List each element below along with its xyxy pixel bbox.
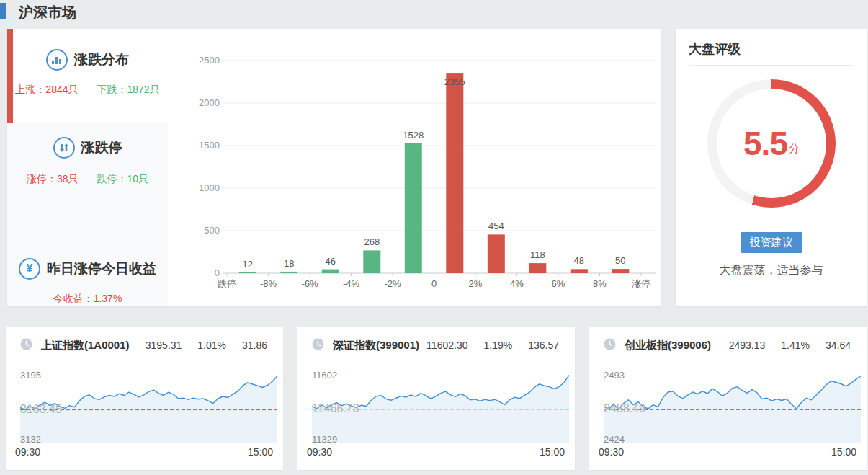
- index-change: 31.86: [242, 339, 267, 351]
- time-end-label: 15:00: [831, 446, 856, 458]
- bar-chart-icon: [46, 49, 68, 71]
- index-mini-chart: 31953163.453132: [6, 367, 283, 457]
- advice-text: 大盘震荡，适当参与: [676, 263, 867, 278]
- index-change-pct: 1.01%: [197, 339, 226, 351]
- time-start-label: 09:30: [307, 446, 332, 458]
- bar-value-label: 12: [243, 259, 253, 270]
- x-axis-label: -4%: [343, 278, 360, 289]
- y-axis-label: 500: [204, 225, 220, 236]
- limit-down-stat: 跌停：10只: [97, 173, 149, 186]
- clock-icon: [20, 338, 32, 352]
- investment-advice-button[interactable]: 投资建议: [741, 232, 802, 253]
- bar: [571, 269, 588, 273]
- section-updown-distribution[interactable]: 涨跌分布 上涨：2844只 下跌：1872只: [7, 29, 168, 97]
- bar-value-label: 48: [574, 255, 584, 266]
- index-price: 3195.31: [146, 339, 182, 351]
- bar: [280, 272, 297, 273]
- time-end-label: 15:00: [248, 446, 273, 458]
- index-name: 深证指数: [333, 339, 376, 351]
- bar-value-label: 1528: [403, 130, 424, 141]
- prev-close-label: 11465.73: [312, 402, 359, 414]
- bar-value-label: 454: [488, 221, 504, 231]
- bar-value-label: 268: [364, 236, 380, 247]
- section-limit-updown[interactable]: 涨跌停 涨停：38只 跌停：10只: [7, 123, 168, 186]
- y-axis-label: 1000: [199, 182, 220, 193]
- section-yesterday-limit-return[interactable]: ¥ 昨日涨停今日收益 今收益：1.37%: [7, 215, 168, 306]
- index-name: 创业板指: [625, 339, 668, 351]
- market-rating-panel: 大盘评级 5.5 分 投资建议 大盘震荡，适当参与: [676, 29, 867, 306]
- section-title: 涨跌停: [81, 138, 122, 157]
- bar-value-label: 50: [615, 255, 625, 266]
- rating-score: 5.5: [743, 124, 787, 163]
- x-axis-label: -8%: [260, 278, 277, 289]
- time-end-label: 15:00: [540, 446, 565, 458]
- x-axis-label: -2%: [384, 278, 401, 289]
- today-return-stat: 今收益：1.37%: [53, 293, 122, 306]
- bar: [612, 269, 629, 273]
- market-panel: 涨跌分布 上涨：2844只 下跌：1872只 涨跌停 涨停：38只 跌停：10只…: [7, 29, 661, 306]
- bar-value-label: 18: [284, 258, 294, 269]
- gauge-inner: 5.5 分: [717, 89, 826, 198]
- distribution-chart-svg: 05001000150020002500跌停-8%-6%-4%-2%02%4%6…: [180, 29, 661, 306]
- bar: [529, 263, 546, 273]
- distribution-chart: 05001000150020002500跌停-8%-6%-4%-2%02%4%6…: [180, 29, 661, 306]
- section-title: 涨跌分布: [74, 50, 129, 69]
- limit-up-stat: 涨停：38只: [27, 173, 79, 186]
- index-price: 2493.13: [729, 339, 766, 351]
- bar-value-label: 2355: [444, 76, 465, 87]
- index-change: 34.64: [826, 339, 851, 351]
- index-code: (1A0001): [84, 339, 130, 351]
- x-axis-label: 6%: [552, 278, 565, 289]
- x-axis-label: 4%: [510, 278, 524, 289]
- index-code: (399006): [668, 339, 711, 351]
- bar-value-label: 46: [326, 256, 336, 267]
- y-axis-label: 2000: [199, 97, 220, 108]
- bar: [322, 270, 339, 273]
- up-down-arrows-icon: [53, 137, 75, 159]
- rating-title: 大盘评级: [689, 40, 741, 58]
- index-code: (399001): [376, 339, 419, 351]
- y-max-label: 2493: [604, 370, 625, 381]
- clock-icon: [604, 338, 616, 352]
- y-axis-label: 1500: [199, 140, 220, 151]
- index-price: 11602.30: [426, 339, 467, 351]
- divider: [689, 65, 854, 66]
- advancers-stat: 上涨：2844只: [15, 84, 78, 97]
- bar: [239, 272, 256, 273]
- rating-gauge: 5.5 分: [707, 79, 836, 208]
- index-card-shanghai[interactable]: 上证指数(1A0001) 3195.31 1.01% 31.86 3195316…: [6, 327, 283, 470]
- clock-icon: [312, 338, 324, 352]
- index-name: 上证指数: [41, 339, 84, 351]
- x-axis-label: 0: [431, 278, 437, 289]
- index-card-shenzhen[interactable]: 深证指数(399001) 11602.30 1.19% 136.57 11602…: [297, 327, 575, 470]
- index-card-header: 上证指数(1A0001) 3195.31 1.01% 31.86: [6, 338, 283, 352]
- y-min-label: 2424: [604, 434, 625, 445]
- section-title: 昨日涨停今日收益: [47, 259, 156, 278]
- market-sidebar: 涨跌分布 上涨：2844只 下跌：1872只 涨跌停 涨停：38只 跌停：10只…: [7, 29, 168, 306]
- rating-score-unit: 分: [789, 142, 800, 156]
- page-header: 沪深市场: [0, 0, 868, 27]
- yen-icon: ¥: [19, 258, 40, 280]
- index-change-pct: 1.41%: [781, 339, 810, 351]
- x-axis-label: 涨停: [632, 278, 650, 289]
- index-card-header: 深证指数(399001) 11602.30 1.19% 136.57: [297, 338, 575, 352]
- time-start-label: 09:30: [599, 446, 624, 458]
- x-axis-label: -6%: [301, 278, 318, 289]
- y-min-label: 3132: [20, 434, 41, 445]
- x-axis-label: 8%: [593, 278, 607, 289]
- time-start-label: 09:30: [15, 446, 40, 458]
- bar: [488, 234, 505, 273]
- index-mini-chart: 1160211465.7311329: [297, 367, 575, 457]
- bar-value-label: 118: [530, 249, 545, 260]
- y-axis-label: 2500: [199, 55, 220, 66]
- index-change: 136.57: [528, 339, 559, 351]
- index-change-pct: 1.19%: [483, 339, 512, 351]
- y-min-label: 11329: [312, 434, 337, 445]
- bar: [446, 73, 463, 273]
- index-mini-chart: 24932458.492424: [589, 367, 867, 457]
- x-axis-label: 跌停: [218, 278, 236, 289]
- index-card-chinext[interactable]: 创业板指(399006) 2493.13 1.41% 34.64 2493245…: [589, 327, 867, 470]
- bar: [405, 143, 422, 273]
- bar: [363, 250, 380, 273]
- title-accent-bar: [0, 3, 6, 19]
